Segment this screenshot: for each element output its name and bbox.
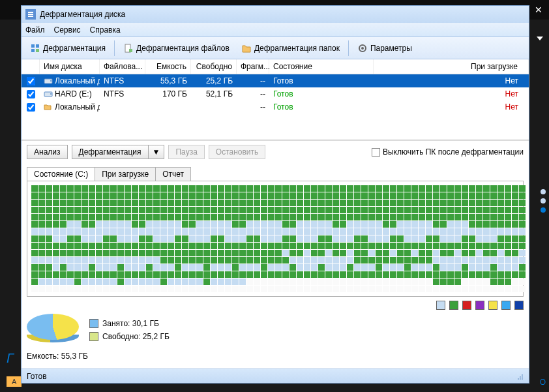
disk-boot: Нет [374, 101, 529, 113]
legend-used: Занято: 30,1 ГБ [89, 319, 170, 328]
bg-logo: Г [7, 351, 14, 366]
disk-fs: NTFS [100, 88, 145, 100]
col-free[interactable]: Свободно [191, 59, 237, 74]
bg-tray-right: О [540, 378, 546, 387]
statusbar: Готов [22, 369, 529, 383]
disk-frag: -- [237, 75, 269, 87]
bg-tray-item: А [7, 376, 22, 387]
menubar: Файл Сервис Справка [22, 23, 529, 37]
summary-section: Занято: 30,1 ГБ Свободно: 25,2 ГБ [27, 314, 524, 346]
legend-free: Свободно: 25,2 ГБ [89, 332, 170, 341]
folder-icon [44, 102, 53, 112]
svg-point-15 [522, 374, 523, 376]
disk-table: Имя диска Файлова... Емкость Свободно Фр… [22, 59, 529, 140]
tb-defrag-folders-button[interactable]: Дефрагментация папок [237, 40, 344, 57]
svg-point-16 [520, 376, 521, 378]
titlebar: Дефрагментация диска [22, 6, 529, 23]
menu-help[interactable]: Справка [90, 25, 121, 35]
disk-state: Готов [269, 101, 374, 113]
row-checkbox[interactable] [27, 90, 35, 98]
defrag-button[interactable]: Дефрагментация ▼ [72, 145, 165, 159]
app-icon [25, 9, 36, 20]
col-fs[interactable]: Файлова... [100, 59, 145, 74]
col-state[interactable]: Состояние [269, 59, 374, 74]
stop-button[interactable]: Остановить [209, 145, 266, 159]
tab-state[interactable]: Состояние (C:) [27, 167, 95, 181]
legend-used-color [89, 319, 98, 328]
shutdown-checkbox-label[interactable]: Выключить ПК после дефрагментации [372, 147, 524, 157]
svg-point-10 [361, 47, 364, 50]
legend-color-box [475, 301, 484, 310]
analyze-button[interactable]: Анализ [27, 145, 68, 159]
tb-defrag-button[interactable]: Дефрагментация [25, 40, 110, 57]
legend-used-label: Занято: 30,1 ГБ [102, 319, 159, 328]
bg-close-icon[interactable]: ✕ [535, 5, 542, 15]
disk-capacity: 170 ГБ [145, 88, 191, 100]
defrag-files-icon [123, 43, 134, 53]
svg-rect-0 [28, 12, 33, 13]
tb-defrag-files-label: Дефрагментация файлов [136, 44, 230, 53]
legend-color-box [462, 301, 471, 310]
legend-free-color [89, 332, 98, 341]
svg-rect-8 [129, 49, 132, 52]
svg-rect-3 [31, 44, 35, 48]
tb-params-button[interactable]: Параметры [353, 40, 417, 57]
disk-free: 52,1 ГБ [191, 88, 237, 100]
tab-boot[interactable]: При загрузке [95, 167, 156, 181]
svg-rect-1 [28, 14, 33, 15]
window-title: Дефрагментация диска [40, 10, 125, 19]
side-indicator [541, 189, 546, 213]
col-boot[interactable]: При загрузке [374, 59, 529, 74]
pie-chart [27, 314, 79, 346]
svg-point-17 [522, 376, 523, 378]
legend-color-box [514, 301, 524, 310]
drive-icon [44, 76, 53, 85]
bg-chevron-icon[interactable] [534, 33, 546, 44]
table-row[interactable]: Локальный д...--ГотовНет [22, 100, 529, 113]
tb-defrag-folders-label: Дефрагментация папок [254, 44, 340, 53]
col-capacity[interactable]: Емкость [145, 59, 191, 74]
svg-point-12 [50, 80, 52, 82]
menu-file[interactable]: Файл [25, 25, 45, 35]
legend-color-box [501, 301, 511, 310]
svg-rect-5 [31, 49, 35, 52]
disk-fs [100, 106, 145, 108]
capacity-line: Емкость: 55,3 ГБ [27, 352, 524, 361]
tb-defrag-files-button[interactable]: Дефрагментация файлов [119, 40, 234, 57]
legend-color-box [488, 301, 497, 310]
row-checkbox[interactable] [27, 77, 35, 85]
drive-icon [44, 89, 53, 98]
defrag-button-dropdown[interactable]: ▼ [149, 145, 164, 158]
disk-state: Готов [269, 75, 374, 87]
shutdown-checkbox[interactable] [372, 148, 380, 157]
gear-icon [357, 43, 368, 53]
tab-report[interactable]: Отчет [155, 167, 191, 181]
resize-grip-icon[interactable] [516, 372, 524, 380]
disk-fs: NTFS [100, 75, 145, 87]
table-row[interactable]: HARD (E:)NTFS170 ГБ52,1 ГБ--ГотовНет [22, 87, 529, 100]
disk-capacity: 55,3 ГБ [145, 75, 191, 87]
svg-rect-2 [28, 16, 33, 17]
tabs: Состояние (C:) При загрузке Отчет [27, 167, 524, 181]
table-row[interactable]: Локальный д...NTFS55,3 ГБ25,2 ГБ--ГотовН… [22, 74, 529, 87]
col-frag[interactable]: Фрагм... [237, 59, 269, 74]
pause-button[interactable]: Пауза [168, 145, 204, 159]
disk-state: Готов [269, 88, 374, 100]
disk-free: 25,2 ГБ [191, 75, 237, 87]
disk-name: Локальный д... [55, 102, 100, 112]
fragmentation-map [31, 185, 527, 292]
svg-rect-4 [36, 44, 39, 48]
row-checkbox[interactable] [27, 103, 35, 112]
defrag-icon [30, 43, 40, 53]
tb-defrag-label: Дефрагментация [43, 44, 106, 53]
tb-params-label: Параметры [370, 44, 412, 53]
col-name[interactable]: Имя диска [40, 59, 100, 74]
defrag-button-main[interactable]: Дефрагментация [72, 145, 149, 158]
app-window: Дефрагментация диска Файл Сервис Справка… [21, 5, 529, 384]
disk-boot: Нет [374, 75, 529, 87]
svg-rect-6 [36, 49, 39, 52]
disk-header: Имя диска Файлова... Емкость Свободно Фр… [22, 59, 529, 74]
disk-boot: Нет [374, 88, 529, 100]
menu-service[interactable]: Сервис [54, 25, 81, 35]
svg-point-18 [518, 378, 519, 380]
